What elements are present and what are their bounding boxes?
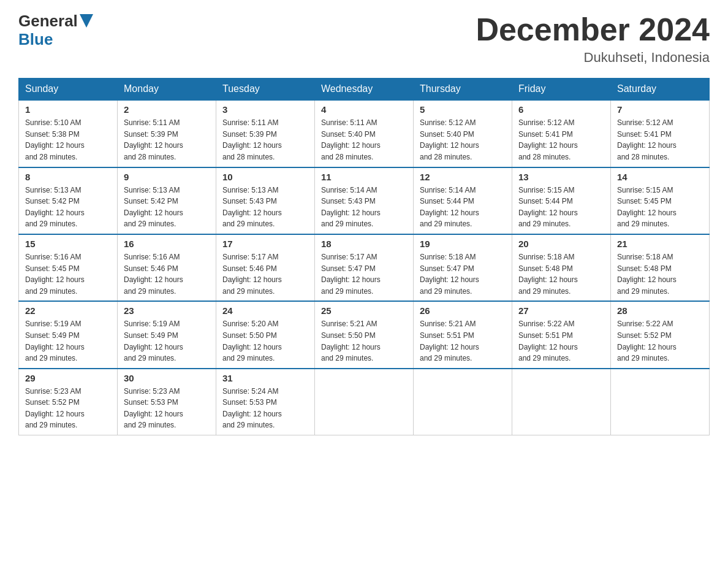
day-number: 2 [124, 104, 210, 115]
day-number: 16 [124, 239, 210, 249]
day-info: Sunrise: 5:10 AM Sunset: 5:38 PM Dayligh… [25, 117, 111, 163]
day-info: Sunrise: 5:17 AM Sunset: 5:47 PM Dayligh… [321, 251, 407, 297]
day-info: Sunrise: 5:11 AM Sunset: 5:40 PM Dayligh… [321, 117, 407, 163]
day-number: 11 [321, 172, 407, 182]
day-info: Sunrise: 5:22 AM Sunset: 5:51 PM Dayligh… [518, 318, 604, 364]
week-row-1: 1 Sunrise: 5:10 AM Sunset: 5:38 PM Dayli… [19, 100, 710, 167]
location-subtitle: Dukuhseti, Indonesia [476, 50, 710, 66]
day-info: Sunrise: 5:23 AM Sunset: 5:53 PM Dayligh… [124, 386, 210, 431]
logo: General Blue [18, 12, 93, 49]
header-thursday: Thursday [414, 79, 512, 101]
calendar-cell: 4 Sunrise: 5:11 AM Sunset: 5:40 PM Dayli… [315, 100, 414, 167]
calendar-cell: 14 Sunrise: 5:15 AM Sunset: 5:45 PM Dayl… [611, 167, 710, 234]
day-info: Sunrise: 5:17 AM Sunset: 5:46 PM Dayligh… [222, 251, 308, 297]
calendar-cell: 7 Sunrise: 5:12 AM Sunset: 5:41 PM Dayli… [611, 100, 710, 167]
day-number: 21 [617, 239, 703, 249]
day-info: Sunrise: 5:23 AM Sunset: 5:52 PM Dayligh… [25, 386, 111, 431]
calendar-cell: 5 Sunrise: 5:12 AM Sunset: 5:40 PM Dayli… [414, 100, 512, 167]
day-info: Sunrise: 5:15 AM Sunset: 5:44 PM Dayligh… [518, 185, 604, 230]
day-info: Sunrise: 5:13 AM Sunset: 5:42 PM Dayligh… [124, 185, 210, 230]
calendar-cell: 13 Sunrise: 5:15 AM Sunset: 5:44 PM Dayl… [512, 167, 611, 234]
day-number: 13 [518, 172, 604, 182]
day-number: 9 [124, 172, 210, 182]
calendar-cell: 15 Sunrise: 5:16 AM Sunset: 5:45 PM Dayl… [19, 234, 118, 301]
title-block: December 2024 Dukuhseti, Indonesia [476, 12, 710, 66]
day-number: 5 [420, 104, 506, 115]
day-info: Sunrise: 5:21 AM Sunset: 5:51 PM Dayligh… [420, 318, 506, 364]
header-friday: Friday [512, 79, 611, 101]
calendar-cell: 21 Sunrise: 5:18 AM Sunset: 5:48 PM Dayl… [611, 234, 710, 301]
calendar-table: Sunday Monday Tuesday Wednesday Thursday… [18, 78, 710, 435]
day-number: 7 [617, 104, 703, 115]
day-number: 27 [518, 305, 604, 316]
calendar-cell: 6 Sunrise: 5:12 AM Sunset: 5:41 PM Dayli… [512, 100, 611, 167]
day-number: 28 [617, 305, 703, 316]
day-number: 19 [420, 239, 506, 249]
day-info: Sunrise: 5:13 AM Sunset: 5:42 PM Dayligh… [25, 185, 111, 230]
day-info: Sunrise: 5:14 AM Sunset: 5:44 PM Dayligh… [420, 185, 506, 230]
calendar-cell [512, 369, 611, 435]
day-info: Sunrise: 5:11 AM Sunset: 5:39 PM Dayligh… [222, 117, 308, 163]
calendar-cell: 16 Sunrise: 5:16 AM Sunset: 5:46 PM Dayl… [118, 234, 216, 301]
calendar-cell: 2 Sunrise: 5:11 AM Sunset: 5:39 PM Dayli… [118, 100, 216, 167]
calendar-cell: 11 Sunrise: 5:14 AM Sunset: 5:43 PM Dayl… [315, 167, 414, 234]
day-info: Sunrise: 5:21 AM Sunset: 5:50 PM Dayligh… [321, 318, 407, 364]
day-number: 24 [222, 305, 308, 316]
day-info: Sunrise: 5:19 AM Sunset: 5:49 PM Dayligh… [124, 318, 210, 364]
day-number: 3 [222, 104, 308, 115]
day-number: 26 [420, 305, 506, 316]
page-header: General Blue December 2024 Dukuhseti, In… [18, 12, 710, 66]
day-number: 6 [518, 104, 604, 115]
header-tuesday: Tuesday [216, 79, 315, 101]
day-info: Sunrise: 5:14 AM Sunset: 5:43 PM Dayligh… [321, 185, 407, 230]
day-info: Sunrise: 5:15 AM Sunset: 5:45 PM Dayligh… [617, 185, 703, 230]
day-info: Sunrise: 5:22 AM Sunset: 5:52 PM Dayligh… [617, 318, 703, 364]
calendar-cell: 18 Sunrise: 5:17 AM Sunset: 5:47 PM Dayl… [315, 234, 414, 301]
day-number: 17 [222, 239, 308, 249]
calendar-cell: 28 Sunrise: 5:22 AM Sunset: 5:52 PM Dayl… [611, 301, 710, 368]
logo-blue-text: Blue [18, 31, 93, 49]
calendar-cell: 17 Sunrise: 5:17 AM Sunset: 5:46 PM Dayl… [216, 234, 315, 301]
calendar-cell: 30 Sunrise: 5:23 AM Sunset: 5:53 PM Dayl… [118, 369, 216, 435]
day-number: 8 [25, 172, 111, 182]
calendar-cell: 20 Sunrise: 5:18 AM Sunset: 5:48 PM Dayl… [512, 234, 611, 301]
calendar-cell: 10 Sunrise: 5:13 AM Sunset: 5:43 PM Dayl… [216, 167, 315, 234]
day-number: 10 [222, 172, 308, 182]
calendar-cell: 3 Sunrise: 5:11 AM Sunset: 5:39 PM Dayli… [216, 100, 315, 167]
day-number: 25 [321, 305, 407, 316]
day-info: Sunrise: 5:11 AM Sunset: 5:39 PM Dayligh… [124, 117, 210, 163]
calendar-cell: 19 Sunrise: 5:18 AM Sunset: 5:47 PM Dayl… [414, 234, 512, 301]
day-info: Sunrise: 5:12 AM Sunset: 5:41 PM Dayligh… [617, 117, 703, 163]
day-info: Sunrise: 5:13 AM Sunset: 5:43 PM Dayligh… [222, 185, 308, 230]
day-number: 12 [420, 172, 506, 182]
calendar-cell [611, 369, 710, 435]
calendar-cell: 23 Sunrise: 5:19 AM Sunset: 5:49 PM Dayl… [118, 301, 216, 368]
day-info: Sunrise: 5:18 AM Sunset: 5:48 PM Dayligh… [617, 251, 703, 297]
day-number: 18 [321, 239, 407, 249]
day-number: 14 [617, 172, 703, 182]
day-info: Sunrise: 5:24 AM Sunset: 5:53 PM Dayligh… [222, 386, 308, 431]
week-row-3: 15 Sunrise: 5:16 AM Sunset: 5:45 PM Dayl… [19, 234, 710, 301]
day-number: 29 [25, 373, 111, 383]
week-row-2: 8 Sunrise: 5:13 AM Sunset: 5:42 PM Dayli… [19, 167, 710, 234]
day-info: Sunrise: 5:20 AM Sunset: 5:50 PM Dayligh… [222, 318, 308, 364]
header-wednesday: Wednesday [315, 79, 414, 101]
week-row-5: 29 Sunrise: 5:23 AM Sunset: 5:52 PM Dayl… [19, 369, 710, 435]
day-info: Sunrise: 5:18 AM Sunset: 5:47 PM Dayligh… [420, 251, 506, 297]
day-info: Sunrise: 5:18 AM Sunset: 5:48 PM Dayligh… [518, 251, 604, 297]
calendar-cell: 12 Sunrise: 5:14 AM Sunset: 5:44 PM Dayl… [414, 167, 512, 234]
calendar-cell: 26 Sunrise: 5:21 AM Sunset: 5:51 PM Dayl… [414, 301, 512, 368]
day-number: 1 [25, 104, 111, 115]
day-number: 23 [124, 305, 210, 316]
calendar-cell: 29 Sunrise: 5:23 AM Sunset: 5:52 PM Dayl… [19, 369, 118, 435]
day-info: Sunrise: 5:12 AM Sunset: 5:40 PM Dayligh… [420, 117, 506, 163]
day-info: Sunrise: 5:16 AM Sunset: 5:46 PM Dayligh… [124, 251, 210, 297]
day-number: 15 [25, 239, 111, 249]
day-number: 31 [222, 373, 308, 383]
day-number: 4 [321, 104, 407, 115]
calendar-cell: 8 Sunrise: 5:13 AM Sunset: 5:42 PM Dayli… [19, 167, 118, 234]
header-saturday: Saturday [611, 79, 710, 101]
calendar-cell: 9 Sunrise: 5:13 AM Sunset: 5:42 PM Dayli… [118, 167, 216, 234]
calendar-cell: 1 Sunrise: 5:10 AM Sunset: 5:38 PM Dayli… [19, 100, 118, 167]
weekday-header-row: Sunday Monday Tuesday Wednesday Thursday… [19, 79, 710, 101]
